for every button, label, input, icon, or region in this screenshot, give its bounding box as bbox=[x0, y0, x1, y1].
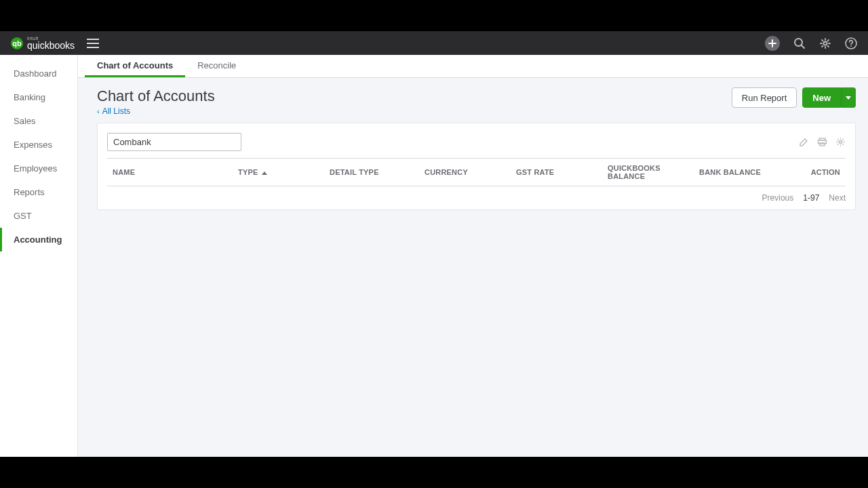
svg-rect-6 bbox=[820, 143, 825, 146]
plus-icon bbox=[765, 36, 780, 51]
svg-point-7 bbox=[840, 141, 842, 144]
search-icon[interactable] bbox=[793, 37, 806, 49]
pager-previous[interactable]: Previous bbox=[762, 193, 794, 203]
pager-next[interactable]: Next bbox=[829, 193, 846, 203]
svg-point-3 bbox=[850, 45, 852, 47]
sidebar-item-employees[interactable]: Employees bbox=[0, 157, 77, 180]
pager-range: 1-97 bbox=[803, 193, 819, 203]
col-qb-balance[interactable]: QUICKBOOKS BALANCE bbox=[602, 159, 694, 186]
col-bank-balance[interactable]: BANK BALANCE bbox=[694, 159, 775, 186]
sidebar: Dashboard Banking Sales Expenses Employe… bbox=[0, 55, 78, 457]
app-window: qb intuit quickbooks bbox=[0, 31, 868, 457]
sidebar-item-banking[interactable]: Banking bbox=[0, 85, 77, 109]
sidebar-item-reports[interactable]: Reports bbox=[0, 180, 77, 204]
new-button[interactable]: New bbox=[802, 87, 841, 108]
tab-reconcile[interactable]: Reconcile bbox=[185, 55, 248, 77]
sidebar-item-expenses[interactable]: Expenses bbox=[0, 133, 77, 157]
add-button[interactable] bbox=[765, 36, 780, 51]
settings-icon[interactable] bbox=[835, 137, 846, 147]
sub-tabs: Chart of Accounts Reconcile bbox=[78, 55, 868, 78]
accounts-panel: NAME TYPE DETAIL TYPE CURRENCY GST RATE … bbox=[97, 123, 856, 210]
letterbox-top bbox=[0, 0, 868, 31]
chevron-down-icon bbox=[846, 96, 851, 100]
sidebar-item-sales[interactable]: Sales bbox=[0, 109, 77, 133]
col-action[interactable]: ACTION bbox=[775, 159, 846, 186]
col-name[interactable]: NAME bbox=[107, 159, 233, 186]
breadcrumb-all-lists[interactable]: ‹ All Lists bbox=[97, 106, 215, 116]
brand-name: quickbooks bbox=[27, 41, 75, 50]
chevron-left-icon: ‹ bbox=[97, 107, 100, 115]
breadcrumb-label: All Lists bbox=[102, 106, 130, 116]
help-icon[interactable] bbox=[845, 37, 857, 49]
col-currency[interactable]: CURRENCY bbox=[419, 159, 511, 186]
col-gst-rate[interactable]: GST RATE bbox=[511, 159, 602, 186]
search-input[interactable] bbox=[107, 133, 241, 151]
brand-icon: qb bbox=[11, 37, 23, 49]
col-type[interactable]: TYPE bbox=[233, 159, 324, 186]
page-title: Chart of Accounts bbox=[97, 87, 215, 105]
hamburger-icon[interactable] bbox=[87, 39, 99, 48]
gear-icon[interactable] bbox=[819, 37, 831, 49]
col-detail-type[interactable]: DETAIL TYPE bbox=[324, 159, 419, 186]
pager: Previous 1-97 Next bbox=[107, 193, 846, 203]
run-report-button[interactable]: Run Report bbox=[732, 87, 797, 108]
tab-chart-of-accounts[interactable]: Chart of Accounts bbox=[85, 55, 185, 77]
sidebar-item-gst[interactable]: GST bbox=[0, 204, 77, 228]
svg-point-1 bbox=[824, 41, 827, 45]
brand-logo[interactable]: qb intuit quickbooks bbox=[11, 36, 75, 50]
print-icon[interactable] bbox=[817, 137, 827, 147]
accounts-table: NAME TYPE DETAIL TYPE CURRENCY GST RATE … bbox=[107, 158, 846, 186]
sidebar-item-dashboard[interactable]: Dashboard bbox=[0, 62, 77, 85]
letterbox-bottom bbox=[0, 457, 868, 488]
edit-icon[interactable] bbox=[799, 137, 809, 147]
new-button-dropdown[interactable] bbox=[841, 87, 856, 108]
topbar: qb intuit quickbooks bbox=[0, 31, 868, 55]
sidebar-item-accounting[interactable]: Accounting bbox=[0, 228, 77, 251]
